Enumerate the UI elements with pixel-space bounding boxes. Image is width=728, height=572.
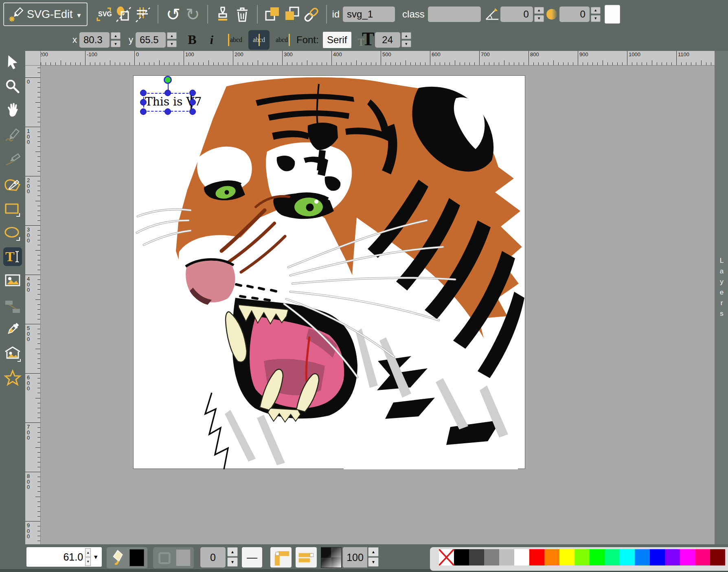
spin-down-icon[interactable]: ▼ (534, 15, 544, 22)
element-class-input[interactable] (428, 7, 481, 22)
text-anchor-end-button[interactable]: abcd (273, 30, 291, 50)
zoom-control[interactable]: 61.0 ▲ ▼ ▼ (26, 547, 102, 567)
zoom-dropdown-icon[interactable]: ▼ (93, 554, 99, 560)
zoom-tool-button[interactable] (3, 77, 22, 96)
palette-swatch[interactable] (695, 549, 710, 565)
delete-button[interactable] (232, 4, 252, 25)
stroke-dash-select[interactable]: — (242, 547, 262, 568)
opacity-field[interactable]: 100 (343, 547, 367, 568)
pan-tool-button[interactable] (3, 101, 22, 119)
palette-swatch[interactable] (665, 549, 680, 565)
stroke-width-field[interactable]: 0 (200, 547, 226, 568)
spin-down-icon[interactable]: ▼ (167, 40, 177, 47)
font-family-button[interactable]: Serif (323, 32, 351, 48)
redo-button[interactable]: ↻ (183, 4, 202, 25)
svg-canvas[interactable]: This is V7 (133, 75, 525, 469)
selection-handle-e[interactable] (189, 99, 196, 106)
palette-swatch[interactable] (620, 549, 635, 565)
spin-up-icon[interactable]: ▲ (227, 547, 238, 557)
font-size-input[interactable] (375, 32, 400, 48)
fill-color-control[interactable] (107, 547, 147, 568)
move-to-back-button[interactable] (282, 4, 302, 25)
selection-handle-s[interactable] (164, 108, 171, 115)
selection-handle-w[interactable] (140, 99, 147, 106)
star-tool-button[interactable] (3, 369, 22, 387)
ruler-tick (410, 62, 411, 65)
selection-handle-sw[interactable] (140, 108, 147, 115)
selection-handle-nw[interactable] (140, 90, 147, 96)
y-coordinate-input[interactable] (136, 32, 166, 48)
rotate-handle[interactable] (164, 76, 172, 84)
undo-button[interactable]: ↺ (163, 4, 183, 25)
stroke-color-swatch[interactable] (176, 549, 191, 566)
palette-swatch[interactable] (650, 549, 665, 565)
text-anchor-middle-button[interactable]: abcd (248, 30, 270, 50)
spin-down-icon[interactable]: ▼ (85, 557, 91, 566)
palette-swatch[interactable] (575, 549, 590, 565)
connector-tool-button[interactable] (3, 297, 22, 316)
spin-up-icon[interactable]: ▲ (85, 548, 91, 557)
blur-input[interactable] (559, 7, 590, 22)
palette-swatch[interactable] (680, 549, 695, 565)
palette-swatch[interactable] (559, 549, 575, 565)
stroke-color-control[interactable] (153, 547, 194, 568)
spin-down-icon[interactable]: ▼ (368, 557, 379, 567)
selection-handle-n[interactable] (164, 90, 171, 96)
palette-swatch[interactable] (499, 549, 514, 565)
palette-swatch[interactable] (710, 549, 725, 565)
make-link-button[interactable] (302, 4, 321, 25)
spin-up-icon[interactable]: ▲ (401, 32, 411, 39)
x-coordinate-input[interactable] (79, 32, 110, 48)
line-tool-button[interactable] (3, 150, 22, 169)
pencil-tool-button[interactable] (3, 126, 22, 145)
palette-swatch[interactable] (544, 549, 559, 565)
select-tool-button[interactable] (3, 53, 22, 71)
spin-up-icon[interactable]: ▲ (368, 547, 379, 557)
workarea[interactable]: This is V7 (41, 66, 715, 544)
spin-up-icon[interactable]: ▲ (167, 32, 177, 39)
stroke-linejoin-button[interactable] (270, 547, 292, 568)
selection-handle-ne[interactable] (189, 90, 196, 96)
palette-swatch[interactable] (514, 549, 529, 565)
spin-up-icon[interactable]: ▲ (111, 32, 121, 39)
image-tool-button[interactable] (3, 271, 22, 290)
text-tool-button[interactable]: T (3, 247, 22, 266)
rectangle-tool-button[interactable] (3, 200, 22, 219)
background-color-swatch[interactable] (605, 5, 620, 24)
bold-button[interactable]: B (182, 29, 202, 51)
fill-color-swatch[interactable] (129, 549, 144, 566)
stroke-linecap-button[interactable] (296, 547, 317, 568)
shape-library-button[interactable] (3, 345, 22, 363)
palette-swatch[interactable] (469, 549, 484, 565)
move-to-front-button[interactable] (263, 4, 282, 25)
palette-swatch[interactable] (454, 549, 469, 565)
opacity-gradient-button[interactable] (321, 547, 342, 568)
palette-swatch[interactable] (484, 549, 499, 565)
text-anchor-start-button[interactable]: abcd (227, 30, 245, 50)
palette-swatch-none[interactable] (439, 549, 454, 565)
spin-down-icon[interactable]: ▼ (401, 40, 411, 47)
palette-swatch[interactable] (635, 549, 650, 565)
path-tool-button[interactable] (3, 175, 22, 194)
ellipse-tool-button[interactable] (3, 224, 22, 243)
layers-panel-toggle[interactable]: Layers (715, 51, 728, 544)
eyedropper-tool-button[interactable] (3, 320, 22, 339)
canvas-image-tiger[interactable] (134, 76, 526, 469)
spin-down-icon[interactable]: ▼ (111, 40, 121, 47)
spin-up-icon[interactable]: ▲ (534, 7, 544, 14)
palette-swatch[interactable] (605, 549, 620, 565)
document-properties-button[interactable] (114, 4, 133, 25)
main-menu-button[interactable]: SVG-Edit ▼ (3, 2, 88, 26)
selection-handle-se[interactable] (189, 108, 196, 115)
spin-down-icon[interactable]: ▼ (591, 15, 601, 22)
palette-swatch[interactable] (590, 549, 605, 565)
clone-button[interactable] (213, 4, 232, 25)
angle-input[interactable] (500, 7, 533, 22)
element-id-input[interactable] (343, 7, 395, 22)
source-editor-button[interactable]: SVG (94, 4, 114, 25)
spin-down-icon[interactable]: ▼ (227, 557, 238, 567)
italic-button[interactable]: i (202, 29, 221, 51)
spin-up-icon[interactable]: ▲ (591, 7, 601, 14)
editor-preferences-button[interactable] (133, 4, 153, 25)
palette-swatch[interactable] (529, 549, 544, 565)
